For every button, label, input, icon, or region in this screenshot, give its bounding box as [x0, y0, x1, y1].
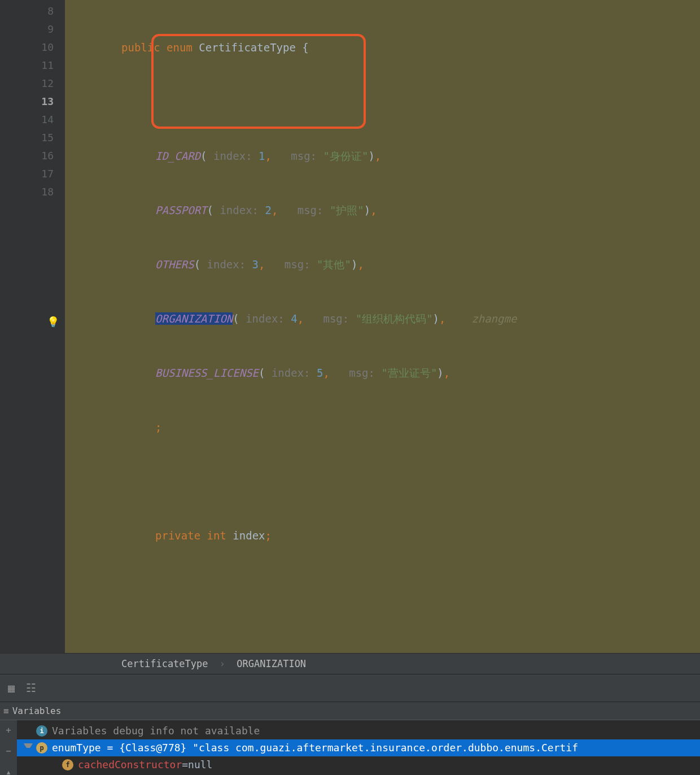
remove-watch-icon[interactable]: − [6, 746, 11, 756]
param-badge-icon: p [36, 742, 47, 754]
param-hint: msg: [349, 367, 381, 379]
semicolon: ; [265, 529, 272, 542]
param-hint: msg: [285, 258, 317, 271]
class-name: CertificateType [199, 41, 296, 54]
line-number: 11 [0, 56, 54, 75]
number: 3 [252, 258, 259, 271]
info-icon: i [36, 725, 47, 737]
panel-title: Variables [12, 706, 62, 716]
enum-constant: BUSINESS_LICENSE [155, 367, 259, 379]
keyword: int [207, 529, 226, 542]
code-content[interactable]: public enum CertificateType { ID_CARD( i… [65, 0, 700, 653]
line-number: 15 [0, 129, 54, 147]
enum-constant: PASSPORT [155, 204, 207, 216]
enum-constant: OTHERS [155, 258, 194, 271]
param-hint: index: [207, 150, 259, 162]
debug-side-rail: + − ▴ ▾ ⧉ ∞ [0, 720, 17, 775]
breadcrumb-sep-icon: › [220, 658, 225, 669]
field-badge-icon: f [62, 759, 73, 770]
panel-grip-icon: ≡ [3, 706, 9, 716]
line-number: 16 [0, 147, 54, 165]
add-watch-icon[interactable]: + [6, 725, 11, 735]
param-hint: msg: [323, 312, 355, 325]
line-number: 17 [0, 165, 54, 183]
number: 1 [259, 150, 265, 162]
line-number: 10 [0, 38, 54, 56]
var-name: cachedConstructor [78, 756, 182, 773]
line-number: 12 [0, 75, 54, 93]
line-number: 18 [0, 183, 54, 201]
field-name: index [233, 529, 265, 542]
keyword: enum [167, 41, 193, 54]
param-hint: msg: [298, 204, 330, 216]
string: "营业证号" [381, 367, 437, 379]
number: 5 [317, 367, 323, 379]
filter-icon[interactable]: ☷ [26, 681, 36, 695]
string: "组织机构代码" [356, 312, 433, 325]
semicolon: ; [155, 421, 161, 433]
param-hint: msg: [291, 150, 323, 162]
info-row: i Variables debug info not available [17, 722, 700, 739]
intention-bulb-icon[interactable]: 💡 [47, 313, 59, 331]
line-number: 8 [0, 2, 54, 20]
info-text: Variables debug info not available [52, 722, 260, 739]
var-value: {Class@778} "class com.guazi.aftermarket… [119, 739, 578, 756]
up-icon[interactable]: ▴ [6, 767, 11, 775]
tree-row-enumtype[interactable]: p enumType = {Class@778} "class com.guaz… [17, 739, 700, 756]
line-number: 9 [0, 20, 54, 38]
code-editor[interactable]: 8 9 10 11 12 13 14 15 16 17 18 public en… [0, 0, 700, 653]
param-hint: index: [239, 312, 291, 325]
author-annotation: zhangme [471, 312, 517, 325]
debug-toolbar: ▦ ☷ [0, 674, 700, 702]
param-hint: index: [213, 204, 265, 216]
expand-arrow-icon[interactable] [50, 760, 59, 769]
var-name: enumType [52, 739, 101, 756]
breadcrumb[interactable]: CertificateType › ORGANIZATION [0, 653, 700, 674]
comma: , [265, 150, 272, 162]
var-value: null [188, 756, 212, 773]
number: 4 [291, 312, 297, 325]
brace: { [296, 41, 309, 54]
expand-arrow-icon[interactable] [24, 743, 33, 752]
enum-constant: ID_CARD [155, 150, 200, 162]
string: "护照" [330, 204, 364, 216]
keyword: public [121, 41, 160, 54]
variables-tree[interactable]: i Variables debug info not available p e… [17, 720, 700, 775]
keyword: private [155, 529, 200, 542]
breadcrumb-item[interactable]: ORGANIZATION [237, 658, 306, 669]
tree-row[interactable]: fcachedConstructor = null [17, 756, 700, 773]
param-hint: index: [200, 258, 252, 271]
line-number: 14 [0, 111, 54, 129]
number: 2 [265, 204, 271, 216]
variables-panel-header[interactable]: ≡ Variables [0, 702, 700, 720]
string: "身份证" [323, 150, 368, 162]
enum-constant-selected: ORGANIZATION [155, 312, 233, 325]
table-icon[interactable]: ▦ [8, 681, 15, 695]
param-hint: index: [265, 367, 317, 379]
string: "其他" [317, 258, 351, 271]
breadcrumb-item[interactable]: CertificateType [121, 658, 208, 669]
line-number-current: 13 [0, 93, 54, 111]
